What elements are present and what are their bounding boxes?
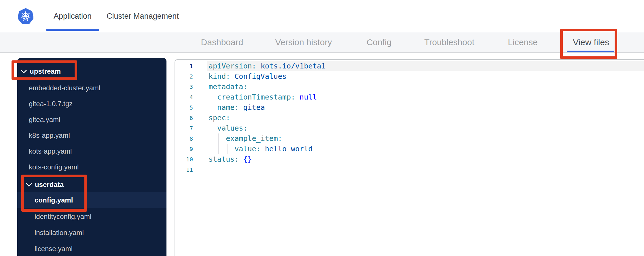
code-line-2: 2kind: ConfigValues (175, 71, 644, 82)
tree-file-embedded-cluster-yaml[interactable]: embedded-cluster.yaml (17, 80, 166, 96)
tree-folder-userdata[interactable]: userdata (17, 177, 166, 192)
subnav-tab-license[interactable]: License (508, 37, 537, 47)
file-name: identityconfig.yaml (35, 213, 91, 221)
code-text: values: (209, 123, 247, 133)
subnav-tab-version-history[interactable]: Version history (275, 37, 332, 47)
tree-file-identityconfig-yaml[interactable]: identityconfig.yaml (17, 209, 166, 224)
chevron-down-icon (26, 181, 32, 187)
line-number: 6 (175, 113, 193, 123)
code-line-3: 3metadata: (175, 82, 644, 92)
subnav-tab-dashboard[interactable]: Dashboard (201, 37, 243, 47)
code-text: spec: (209, 113, 230, 123)
header-tab-label: Cluster Management (107, 12, 179, 21)
code-text: apiVersion: kots.io/v1beta1 (209, 61, 325, 71)
tree-file-config-yaml[interactable]: config.yaml (17, 192, 166, 208)
code-text: value: hello world (209, 144, 312, 154)
chevron-down-icon (21, 67, 27, 73)
code-line-7: 7 values: (175, 123, 644, 133)
code-line-1: 1apiVersion: kots.io/v1beta1 (175, 61, 644, 71)
file-name: kots-app.yaml (29, 147, 72, 155)
header-tab-application[interactable]: Application (46, 0, 99, 32)
active-header-tab-underline (46, 29, 99, 31)
file-name: config.yaml (35, 196, 73, 204)
file-name: gitea-1.0.7.tgz (29, 100, 73, 108)
subnav-tab-view-files[interactable]: View files (573, 37, 609, 47)
line-number: 1 (175, 61, 193, 71)
code-text: metadata: (209, 82, 247, 92)
file-name: installation.yaml (35, 229, 84, 237)
code-text: example_item: (209, 133, 282, 144)
file-name: embedded-cluster.yaml (29, 84, 100, 92)
app-subnav: DashboardVersion historyConfigTroublesho… (0, 32, 644, 53)
code-line-11: 11 (175, 165, 644, 175)
code-line-4: 4 creationTimestamp: null (175, 92, 644, 102)
code-text: status: {} (209, 154, 252, 165)
line-number: 11 (175, 165, 193, 175)
file-name: kots-config.yaml (29, 163, 79, 171)
line-number: 2 (175, 71, 193, 82)
line-number: 9 (175, 144, 193, 154)
code-line-9: 9 value: hello world (175, 144, 644, 154)
line-number: 5 (175, 102, 193, 113)
folder-name: userdata (35, 181, 64, 189)
code-line-10: 10status: {} (175, 154, 644, 165)
code-line-6: 6spec: (175, 113, 644, 123)
header-tab-cluster-management[interactable]: Cluster Management (99, 0, 186, 32)
tree-folder-upstream[interactable]: upstream (17, 63, 166, 79)
code-line-5: 5 name: gitea (175, 102, 644, 113)
code-lines: 1apiVersion: kots.io/v1beta12kind: Confi… (175, 61, 644, 175)
active-tab-underline (567, 51, 614, 52)
tree-file-license-yaml[interactable]: license.yaml (17, 241, 166, 256)
line-number: 3 (175, 82, 193, 92)
code-line-8: 8 example_item: (175, 133, 644, 144)
file-tree-sidebar: upstreamembedded-cluster.yamlgitea-1.0.7… (17, 58, 166, 256)
header-tab-label: Application (54, 12, 92, 21)
code-text: creationTimestamp: null (209, 92, 317, 102)
code-text: name: gitea (209, 102, 265, 113)
file-name: gitea.yaml (29, 116, 60, 124)
tree-file-kots-app-yaml[interactable]: kots-app.yaml (17, 143, 166, 159)
tree-file-installation-yaml[interactable]: installation.yaml (17, 225, 166, 240)
header-tabs: ApplicationCluster Management (46, 0, 186, 32)
tree-file-kots-config-yaml[interactable]: kots-config.yaml (17, 159, 166, 175)
tree-file-gitea-yaml[interactable]: gitea.yaml (17, 112, 166, 127)
app-header: ApplicationCluster Management (0, 0, 644, 32)
line-number: 8 (175, 133, 193, 144)
kots-admin-console: ApplicationCluster Management DashboardV… (0, 0, 644, 256)
tree-file-gitea-1-0-7-tgz[interactable]: gitea-1.0.7.tgz (17, 96, 166, 112)
code-text: kind: ConfigValues (209, 71, 287, 82)
file-name: license.yaml (35, 245, 73, 253)
folder-name: upstream (30, 67, 61, 75)
kubernetes-logo[interactable] (18, 8, 33, 25)
line-number: 7 (175, 123, 193, 133)
tree-file-k8s-app-yaml[interactable]: k8s-app.yaml (17, 127, 166, 143)
line-number: 10 (175, 154, 193, 165)
subnav-tab-troubleshoot[interactable]: Troubleshoot (424, 37, 474, 47)
file-viewer-editor[interactable]: 1apiVersion: kots.io/v1beta12kind: Confi… (175, 59, 644, 256)
line-number: 4 (175, 92, 193, 102)
subnav-tab-config[interactable]: Config (367, 37, 392, 47)
file-name: k8s-app.yaml (29, 131, 70, 140)
